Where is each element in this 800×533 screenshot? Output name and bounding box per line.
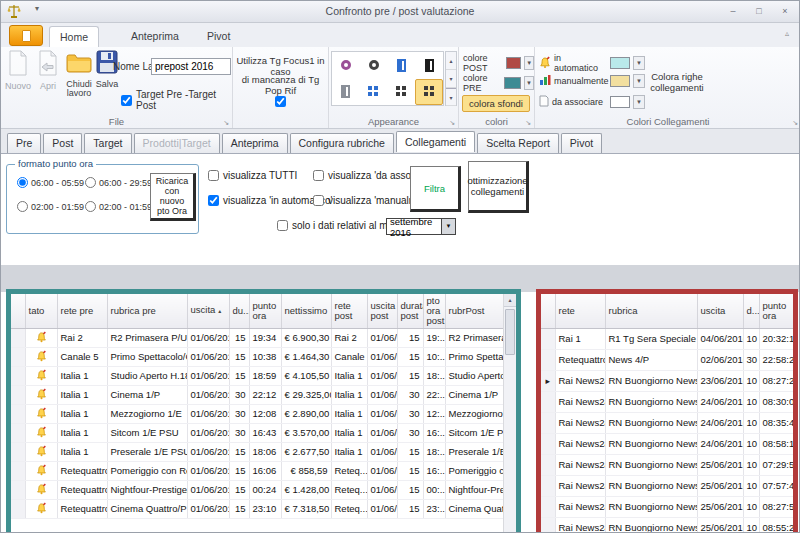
cell[interactable]: 12:...	[423, 404, 445, 423]
column-header[interactable]: rete	[555, 294, 605, 328]
cell[interactable]: 01/06/...	[367, 404, 397, 423]
row-selector[interactable]	[11, 366, 25, 385]
cell[interactable]: 15	[229, 442, 249, 461]
cell[interactable]: € 7.318,50	[281, 499, 331, 518]
cell[interactable]: 22:12	[249, 385, 281, 404]
cell[interactable]: Reteq...	[331, 461, 367, 480]
status-cell[interactable]	[25, 423, 57, 442]
cell[interactable]: Mezzogiorno 1/E	[445, 404, 503, 423]
cell[interactable]: 10	[743, 454, 759, 475]
cell[interactable]: 10	[743, 328, 759, 349]
cell[interactable]: RN Buongiorno News P/U	[605, 475, 697, 496]
table-row[interactable]: Rai News24RN Buongiorno News P/U25/06/20…	[541, 517, 793, 533]
cell[interactable]: 24/06/2016	[697, 391, 743, 412]
cell[interactable]: Rai News24	[555, 412, 605, 433]
row-selector[interactable]	[541, 517, 555, 533]
cell[interactable]: 30	[229, 404, 249, 423]
visualizza-tutti-checkbox[interactable]: visualizza TUTTI	[208, 170, 297, 181]
cell[interactable]: 15	[397, 347, 423, 366]
cell[interactable]: Italia 1	[331, 404, 367, 423]
cell[interactable]: Rai News24	[555, 370, 605, 391]
cell[interactable]: 01/06/2016	[187, 385, 229, 404]
colore-post-dropdown-icon[interactable]: ▼	[524, 56, 534, 70]
row-selector[interactable]	[11, 328, 25, 347]
cell[interactable]: Pomeriggio con Rete 4	[445, 461, 503, 480]
row-selector[interactable]	[541, 349, 555, 370]
cell[interactable]: 15	[229, 480, 249, 499]
cell[interactable]: RN Buongiorno News P/U	[605, 454, 697, 475]
table-row[interactable]: Rai 1R1 Tg Sera Speciale P/U04/06/201610…	[541, 328, 793, 349]
cell[interactable]: Nightfour-Prestige/L	[107, 480, 187, 499]
cell[interactable]: Cinema 1/P	[107, 385, 187, 404]
column-header[interactable]: uscita▴	[187, 294, 229, 328]
cell[interactable]: Rai 2	[331, 328, 367, 347]
mese-combobox[interactable]: settembre 2016 ▼	[386, 218, 456, 235]
cell[interactable]: 25/06/2016	[697, 475, 743, 496]
cell[interactable]: 15	[229, 347, 249, 366]
column-header[interactable]: nettissimo	[281, 294, 331, 328]
cell[interactable]: 16:...	[423, 461, 445, 480]
cell[interactable]: € 1.428,00	[281, 480, 331, 499]
cell[interactable]: 22:58:25	[759, 349, 793, 370]
cell[interactable]: Preserale 1/E PSU	[107, 442, 187, 461]
cell[interactable]: 15	[397, 366, 423, 385]
cell[interactable]: Canale 5	[331, 347, 367, 366]
cell[interactable]: 20:32:11	[759, 328, 793, 349]
cell[interactable]: 08:27:53	[759, 496, 793, 517]
cell[interactable]: 01/06/...	[367, 423, 397, 442]
cell[interactable]: Rai 1	[555, 328, 605, 349]
cell[interactable]: 15	[397, 328, 423, 347]
in-automatico-swatch[interactable]	[610, 57, 630, 69]
cell[interactable]: 01/06/2016	[187, 499, 229, 518]
theme-icon-door-blue[interactable]	[388, 52, 416, 79]
cell[interactable]: 08:30:08	[759, 391, 793, 412]
scroll-up-icon[interactable]: ▴	[504, 294, 516, 307]
cell[interactable]: 08:35:47	[759, 412, 793, 433]
cell[interactable]: 22:...	[423, 385, 445, 404]
cell[interactable]: 01/06/2016	[187, 366, 229, 385]
target-pre-post-checkbox[interactable]: Target Pre -Target Post	[121, 89, 232, 111]
row-selector[interactable]	[11, 347, 25, 366]
radio-input[interactable]	[17, 177, 28, 188]
row-selector[interactable]	[11, 442, 25, 461]
cell[interactable]: 01/06/...	[367, 499, 397, 518]
cell[interactable]: Italia 1	[57, 385, 107, 404]
row-selector[interactable]	[11, 385, 25, 404]
cell[interactable]: 08:55:27	[759, 517, 793, 533]
radio-02-0159-a[interactable]: 02:00 - 01:59	[17, 201, 84, 212]
row-selector[interactable]	[541, 391, 555, 412]
theme-icon-grid-blue[interactable]	[360, 79, 388, 106]
ottimizzazione-collegamenti-button[interactable]: ottimizzazione collegamenti	[468, 161, 529, 213]
da-associare-swatch[interactable]	[610, 96, 630, 108]
table-row[interactable]: RetequattroNews 4/P02/06/20163022:58:25	[541, 349, 793, 370]
table-row[interactable]: Rai News24RN Buongiorno News P/U24/06/20…	[541, 391, 793, 412]
cell[interactable]: 30	[229, 423, 249, 442]
column-header[interactable]	[11, 294, 25, 328]
cell[interactable]: Canale 5	[57, 347, 107, 366]
manualmente-swatch[interactable]	[610, 75, 630, 87]
row-selector[interactable]	[541, 475, 555, 496]
cell[interactable]: € 29.325,00	[281, 385, 331, 404]
checkbox-input[interactable]	[313, 195, 324, 206]
cell[interactable]: 10	[743, 496, 759, 517]
cell[interactable]: Italia 1	[331, 366, 367, 385]
close-button[interactable]: ×	[777, 4, 793, 18]
cell[interactable]: Primo Spettacolo/C PS	[445, 347, 503, 366]
cell[interactable]: 04/06/2016	[697, 328, 743, 349]
cell[interactable]: 07:29:53	[759, 454, 793, 475]
table-row[interactable]: ▸Rai News24RN Buongiorno News P/U23/06/2…	[541, 370, 793, 391]
table-row[interactable]: Rai 2R2 Primasera P/U01/06/20161519:34€ …	[11, 328, 503, 347]
column-header[interactable]: punto ora	[249, 294, 281, 328]
tab-collegamenti[interactable]: Collegamenti	[396, 131, 475, 152]
cell[interactable]: 16:...	[423, 423, 445, 442]
cell[interactable]: RN Buongiorno News P/U	[605, 412, 697, 433]
cell[interactable]: R2 Primasera P/U	[445, 328, 503, 347]
target-pre-post-checkbox-input[interactable]	[121, 95, 132, 106]
vertical-scrollbar[interactable]: ▴	[503, 294, 516, 533]
cell[interactable]: 24/06/2016	[697, 412, 743, 433]
cell[interactable]: RN Buongiorno News P/U	[605, 517, 697, 533]
cell[interactable]: 01/06/2016	[187, 442, 229, 461]
status-cell[interactable]	[25, 404, 57, 423]
cell[interactable]: R1 Tg Sera Speciale P/U	[605, 328, 697, 349]
restore-button[interactable]: □	[751, 4, 767, 18]
